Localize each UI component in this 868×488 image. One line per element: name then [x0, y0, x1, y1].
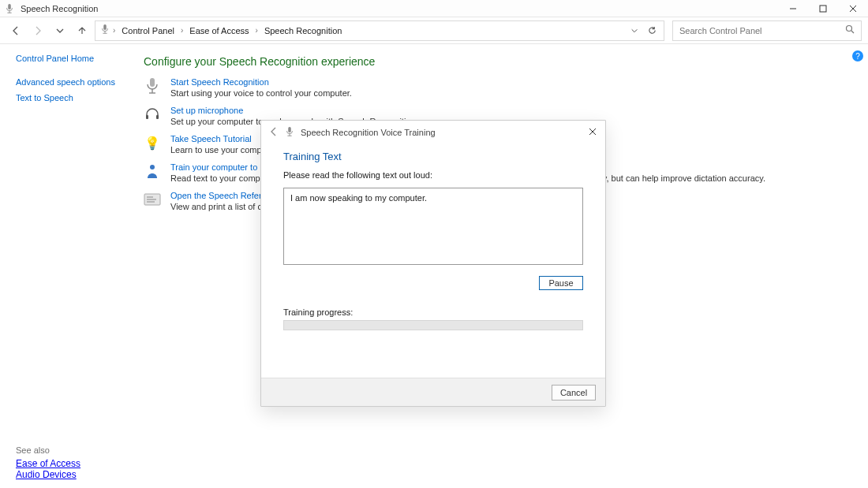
- navbar: › Control Panel › Ease of Access › Speec…: [0, 17, 868, 44]
- svg-rect-16: [156, 115, 159, 119]
- forward-button[interactable]: [28, 21, 47, 40]
- dialog-title: Speech Recognition Voice Training: [301, 128, 436, 137]
- help-icon[interactable]: ?: [852, 50, 863, 61]
- chevron-right-icon: ›: [113, 26, 115, 35]
- svg-line-11: [851, 31, 854, 33]
- dialog-close-button[interactable]: [583, 124, 602, 140]
- see-also: See also Ease of Access Audio Devices: [16, 445, 80, 480]
- chevron-right-icon: ›: [181, 26, 183, 35]
- see-also-link[interactable]: Audio Devices: [16, 469, 77, 480]
- person-icon: [144, 162, 161, 180]
- sidebar-link-advanced[interactable]: Advanced speech options: [16, 77, 122, 87]
- sidebar: Control Panel Home Advanced speech optio…: [0, 44, 126, 488]
- card-icon: [144, 191, 161, 208]
- svg-point-17: [150, 165, 155, 169]
- page-heading: Configure your Speech Recognition experi…: [144, 55, 851, 68]
- search-box[interactable]: [672, 20, 862, 41]
- progress-bar: [283, 320, 583, 330]
- option-start: Start Speech Recognition Start using you…: [144, 77, 851, 98]
- option-desc: Start using your voice to control your c…: [170, 88, 352, 98]
- dialog-body: Training Text Please read the following …: [261, 144, 605, 378]
- sidebar-link-tts[interactable]: Text to Speech: [16, 93, 122, 102]
- search-icon[interactable]: [845, 24, 855, 36]
- svg-rect-22: [288, 126, 291, 132]
- option-link[interactable]: Start Speech Recognition: [170, 77, 352, 87]
- headset-icon: [144, 106, 161, 123]
- dialog-titlebar: Speech Recognition Voice Training: [261, 121, 605, 144]
- titlebar: Speech Recognition: [0, 0, 868, 17]
- dialog-heading: Training Text: [283, 151, 583, 162]
- dialog-footer: Cancel: [261, 378, 605, 406]
- chevron-right-icon: ›: [256, 26, 258, 35]
- training-text: I am now speaking to my computer.: [290, 193, 427, 203]
- address-bar[interactable]: › Control Panel › Ease of Access › Speec…: [95, 20, 664, 41]
- breadcrumb-item[interactable]: Ease of Access: [186, 24, 252, 37]
- see-also-link[interactable]: Ease of Access: [16, 458, 80, 469]
- svg-rect-4: [820, 6, 826, 12]
- see-also-label: See also: [16, 445, 80, 455]
- back-button[interactable]: [6, 21, 25, 40]
- microphone-icon: [144, 77, 161, 95]
- microphone-icon: [100, 24, 110, 37]
- svg-rect-7: [103, 24, 107, 30]
- bulb-icon: 💡: [144, 134, 161, 151]
- window-title: Speech Recognition: [21, 4, 98, 13]
- svg-rect-12: [150, 78, 155, 87]
- pause-button[interactable]: Pause: [539, 276, 583, 290]
- microphone-icon: [285, 126, 294, 140]
- chevron-down-icon[interactable]: [627, 24, 642, 38]
- microphone-icon: [5, 3, 16, 14]
- dialog-instruction: Please read the following text out loud:: [283, 170, 583, 180]
- refresh-icon[interactable]: [645, 24, 659, 38]
- close-button[interactable]: [838, 0, 868, 17]
- recent-dropdown-icon[interactable]: [51, 21, 69, 40]
- search-input[interactable]: [679, 26, 845, 35]
- back-icon[interactable]: [269, 127, 279, 139]
- cancel-button[interactable]: Cancel: [552, 385, 596, 400]
- window-controls: [778, 0, 868, 17]
- maximize-button[interactable]: [808, 0, 838, 17]
- training-text-box: I am now speaking to my computer.: [283, 188, 583, 265]
- up-button[interactable]: [73, 21, 92, 40]
- progress-label: Training progress:: [283, 307, 583, 317]
- svg-rect-15: [146, 115, 148, 119]
- svg-rect-0: [8, 3, 11, 9]
- breadcrumb-item[interactable]: Speech Recognition: [261, 24, 345, 37]
- option-link[interactable]: Set up microphone: [170, 106, 418, 115]
- svg-point-10: [847, 26, 852, 32]
- voice-training-dialog: Speech Recognition Voice Training Traini…: [260, 120, 606, 407]
- minimize-button[interactable]: [778, 0, 808, 17]
- sidebar-link-home[interactable]: Control Panel Home: [16, 54, 122, 63]
- breadcrumb-item[interactable]: Control Panel: [118, 24, 178, 37]
